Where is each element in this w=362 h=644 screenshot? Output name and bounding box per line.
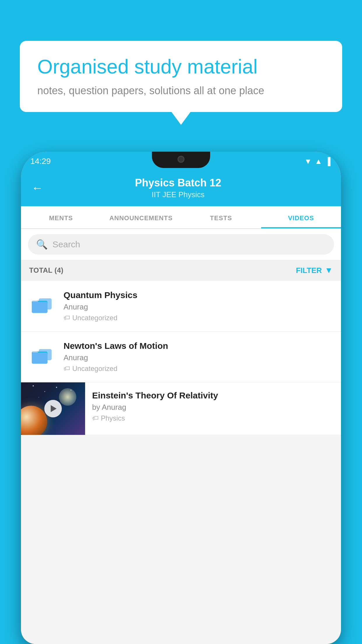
tag-icon: 🏷	[64, 365, 70, 372]
video-title: Newton's Laws of Motion	[64, 341, 333, 351]
phone-screen: 14:29 ▼ ▲ ▐ ← Physics Batch 12 IIT JEE P…	[21, 152, 341, 644]
play-triangle-icon	[51, 405, 57, 412]
screen-content: 🔍 Search TOTAL (4) FILTER ▼	[21, 229, 341, 644]
tab-announcements[interactable]: ANNOUNCEMENTS	[101, 206, 181, 228]
speech-bubble-subtitle: notes, question papers, solutions all at…	[37, 85, 325, 97]
video-info: Newton's Laws of Motion Anurag 🏷 Uncateg…	[64, 341, 333, 373]
video-tag: 🏷 Physics	[92, 414, 334, 422]
tab-ments[interactable]: MENTS	[21, 206, 101, 228]
search-bar[interactable]: 🔍 Search	[28, 234, 334, 255]
tab-tests[interactable]: TESTS	[181, 206, 261, 228]
tab-videos[interactable]: VIDEOS	[261, 206, 341, 228]
phone-notch	[152, 152, 210, 168]
folder-icon-wrapper	[29, 293, 55, 319]
video-tag: 🏷 Uncategorized	[64, 365, 333, 373]
back-button[interactable]: ←	[31, 181, 43, 195]
filter-icon: ▼	[325, 266, 333, 275]
header-title-block: Physics Batch 12 IIT JEE Physics	[49, 177, 307, 199]
header-title: Physics Batch 12	[49, 177, 307, 189]
tag-icon: 🏷	[92, 414, 99, 422]
folder-icon	[31, 346, 54, 368]
filter-bar: TOTAL (4) FILTER ▼	[21, 260, 341, 281]
play-button[interactable]	[44, 400, 62, 417]
wifi-icon: ▼	[304, 157, 312, 166]
search-placeholder: Search	[52, 239, 80, 249]
speech-bubble-wrapper: Organised study material notes, question…	[20, 41, 342, 112]
video-tag: 🏷 Uncategorized	[64, 314, 333, 322]
list-item[interactable]: Newton's Laws of Motion Anurag 🏷 Uncateg…	[21, 332, 341, 382]
signal-icon: ▲	[315, 157, 322, 166]
video-title: Einstein's Theory Of Relativity	[92, 391, 334, 400]
header-subtitle: IIT JEE Physics	[49, 190, 307, 199]
video-title: Quantum Physics	[64, 290, 333, 300]
folder-icon-wrapper	[29, 344, 55, 370]
video-list: Quantum Physics Anurag 🏷 Uncategorized	[21, 281, 341, 435]
video-thumbnail	[21, 382, 85, 435]
folder-icon	[31, 296, 54, 317]
status-icons: ▼ ▲ ▐	[304, 157, 331, 166]
speech-bubble-title: Organised study material	[37, 55, 325, 79]
status-time: 14:29	[30, 157, 51, 166]
svg-rect-2	[32, 302, 48, 313]
speech-bubble: Organised study material notes, question…	[20, 41, 342, 112]
tab-bar: MENTS ANNOUNCEMENTS TESTS VIDEOS	[21, 206, 341, 229]
battery-icon: ▐	[325, 157, 331, 166]
tag-label: Uncategorized	[72, 365, 117, 373]
front-camera	[178, 156, 184, 163]
thumbnail-glow	[59, 388, 76, 406]
filter-label: FILTER	[296, 266, 322, 275]
search-icon: 🔍	[36, 239, 48, 250]
video-author: by Anurag	[92, 403, 334, 412]
video-info: Quantum Physics Anurag 🏷 Uncategorized	[64, 290, 333, 322]
list-item[interactable]: Quantum Physics Anurag 🏷 Uncategorized	[21, 281, 341, 332]
tag-label: Uncategorized	[72, 314, 117, 322]
svg-rect-5	[32, 353, 48, 364]
list-item[interactable]: Einstein's Theory Of Relativity by Anura…	[21, 382, 341, 435]
filter-button[interactable]: FILTER ▼	[296, 266, 333, 275]
search-bar-wrapper: 🔍 Search	[21, 229, 341, 260]
tag-label: Physics	[101, 414, 125, 422]
phone-frame: 14:29 ▼ ▲ ▐ ← Physics Batch 12 IIT JEE P…	[21, 152, 341, 644]
app-header: ← Physics Batch 12 IIT JEE Physics	[21, 171, 341, 206]
video-author: Anurag	[64, 302, 333, 312]
tag-icon: 🏷	[64, 314, 70, 322]
total-count-label: TOTAL (4)	[29, 266, 64, 274]
video-author: Anurag	[64, 353, 333, 362]
thumbnail-planet	[21, 406, 47, 435]
video-info-last: Einstein's Theory Of Relativity by Anura…	[85, 382, 341, 430]
